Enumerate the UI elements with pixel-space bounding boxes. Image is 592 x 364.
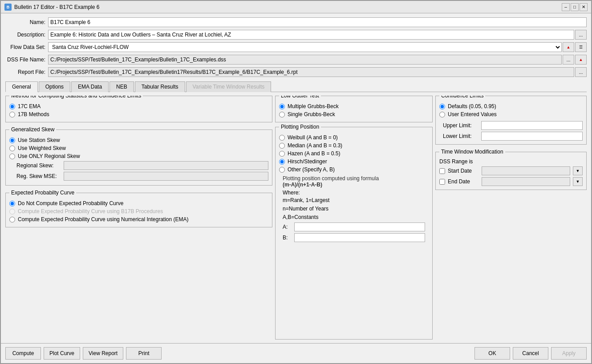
radio-regional-skew-input[interactable] (9, 154, 15, 159)
close-button[interactable]: ✕ (580, 3, 588, 11)
radio-hazen-label[interactable]: Hazen (A and B = 0.5) (288, 150, 340, 157)
report-file-input[interactable] (48, 67, 574, 77)
regional-skew-row: Regional Skew: (16, 160, 268, 171)
end-date-picker-button[interactable]: ▼ (573, 177, 583, 186)
radio-do-not-compute-input[interactable] (9, 201, 15, 206)
end-date-label[interactable]: End Date (448, 178, 479, 185)
end-date-row: End Date ▼ (439, 177, 583, 186)
cancel-button[interactable]: Cancel (513, 347, 548, 360)
radio-user-entered-label[interactable]: User Entered Values (448, 111, 497, 117)
radio-median-label[interactable]: Median (A and B = 0.3) (288, 142, 342, 149)
apply-button[interactable]: Apply (551, 347, 587, 360)
pp-formula-static: Plotting position computed using formula (283, 175, 379, 182)
pp-a-input[interactable] (294, 222, 425, 231)
flow-data-set-select[interactable]: Santa Cruz River-Lochiel-FLOW (48, 42, 562, 52)
flow-chart-button[interactable]: ▲ (563, 42, 574, 52)
radio-weighted-skew-label[interactable]: Use Weighted Skew (18, 145, 66, 151)
radio-multiple-grubbs-beck-label[interactable]: Multiple Grubbs-Beck (288, 103, 339, 109)
start-date-picker-button[interactable]: ▼ (573, 166, 583, 175)
dss-file-input[interactable] (48, 55, 562, 65)
radio-weighted-skew-input[interactable] (9, 146, 15, 151)
regional-skew-label: Regional Skew: (16, 162, 61, 169)
dss-file-label: DSS File Name: (5, 57, 45, 63)
radio-17b-methods-label[interactable]: 17B Methods (18, 111, 49, 117)
radio-weighted-skew: Use Weighted Skew (9, 144, 268, 152)
tab-general[interactable]: General (5, 81, 38, 92)
radio-17c-ema-label[interactable]: 17C EMA (18, 103, 41, 109)
radio-compute-numerical-input[interactable] (9, 217, 15, 222)
radio-station-skew-label[interactable]: Use Station Skew (18, 137, 60, 143)
pp-desc2: n=Number of Years (283, 205, 429, 213)
flow-list-button[interactable]: ☰ (575, 42, 587, 52)
name-input[interactable] (48, 17, 587, 27)
radio-do-not-compute: Do Not Compute Expected Probability Curv… (9, 199, 268, 207)
ok-button[interactable]: OK (474, 347, 510, 360)
radio-hirsch-stedinger-input[interactable] (279, 159, 285, 165)
upper-limit-input[interactable] (481, 121, 583, 130)
description-input[interactable] (48, 30, 574, 40)
radio-median-input[interactable] (279, 143, 285, 149)
tab-tabular-results[interactable]: Tabular Results (135, 81, 185, 92)
start-date-row: Start Date ▼ (439, 166, 583, 175)
radio-user-entered-input[interactable] (439, 112, 445, 117)
report-browse-button[interactable]: ... (575, 67, 587, 77)
expected-probability-title: Expected Probabilty Curve (9, 190, 76, 196)
dss-chart-button[interactable]: ▲ (575, 55, 587, 65)
radio-station-skew-input[interactable] (9, 138, 15, 143)
start-date-input[interactable] (482, 166, 570, 175)
radio-17b-methods: 17B Methods (9, 110, 268, 118)
confidence-limits-section: Confidence Limits Defaults (0.05, 0.95) … (435, 96, 587, 145)
radio-defaults-input[interactable] (439, 104, 445, 109)
window-title: Bulletin 17 Editor - B17C Example 6 (14, 4, 99, 10)
radio-weibull-label[interactable]: Weibull (A and B = 0) (288, 134, 338, 141)
start-date-checkbox[interactable] (439, 168, 445, 174)
pp-b-input[interactable] (294, 233, 425, 242)
description-browse-button[interactable]: ... (575, 30, 587, 40)
radio-compute-numerical-label[interactable]: Compute Expected Probability Curve using… (18, 216, 189, 222)
radio-other-input[interactable] (279, 167, 285, 173)
radio-compute-b17b-label[interactable]: Compute Expected Probability Curve using… (18, 208, 163, 214)
flow-data-set-label: Flow Data Set: (5, 44, 45, 50)
radio-defaults-label[interactable]: Defaults (0.05, 0.95) (448, 103, 496, 109)
dss-browse-button[interactable]: ... (563, 55, 574, 65)
radio-do-not-compute-label[interactable]: Do Not Compute Expected Probability Curv… (18, 200, 123, 206)
regional-skew-input[interactable] (64, 161, 268, 170)
description-label: Description: (5, 32, 45, 38)
dss-file-row: DSS File Name: ... ▲ (5, 54, 587, 65)
radio-compute-b17b-input[interactable] (9, 209, 15, 214)
pp-b-row: B: (283, 233, 425, 242)
radio-multiple-grubbs-beck: Multiple Grubbs-Beck (279, 102, 429, 110)
tabs-bar: General Options EMA Data NEB Tabular Res… (5, 81, 587, 92)
compute-button[interactable]: Compute (5, 347, 41, 360)
radio-hirsch-stedinger-label[interactable]: Hirsch/Stedinger (288, 158, 327, 165)
radio-17b-methods-input[interactable] (9, 112, 15, 117)
plot-curve-button[interactable]: Plot Curve (44, 347, 80, 360)
radio-regional-skew-label[interactable]: Use ONLY Regional Skew (18, 153, 80, 159)
expected-probability-section: Expected Probabilty Curve Do Not Compute… (5, 193, 272, 227)
view-report-button[interactable]: View Report (83, 347, 123, 360)
radio-median: Median (A and B = 0.3) (279, 142, 429, 150)
maximize-button[interactable]: □ (571, 3, 579, 11)
radio-single-grubbs-beck-label[interactable]: Single Grubbs-Beck (288, 111, 335, 117)
radio-hazen-input[interactable] (279, 151, 285, 157)
reg-skew-mse-input[interactable] (64, 172, 268, 181)
minimize-button[interactable]: – (562, 3, 570, 11)
radio-single-grubbs-beck-input[interactable] (279, 112, 285, 117)
lower-limit-input[interactable] (481, 132, 583, 141)
method-section: Method for Computing Statistics and Conf… (5, 96, 272, 122)
radio-multiple-grubbs-beck-input[interactable] (279, 104, 285, 109)
end-date-input[interactable] (482, 177, 570, 186)
end-date-checkbox[interactable] (439, 179, 445, 185)
start-date-label[interactable]: Start Date (448, 168, 479, 174)
radio-17c-ema-input[interactable] (9, 104, 15, 109)
title-bar: B Bulletin 17 Editor - B17C Example 6 – … (1, 1, 591, 13)
main-window: B Bulletin 17 Editor - B17C Example 6 – … (0, 0, 592, 364)
tab-ema-data[interactable]: EMA Data (71, 81, 109, 92)
tab-options[interactable]: Options (39, 81, 70, 92)
right-column: Confidence Limits Defaults (0.05, 0.95) … (435, 96, 587, 340)
pp-where: Where: (283, 190, 429, 196)
radio-weibull-input[interactable] (279, 135, 285, 141)
tab-neb[interactable]: NEB (109, 81, 134, 92)
print-button[interactable]: Print (126, 347, 162, 360)
radio-other-label[interactable]: Other (Specify A, B) (288, 166, 335, 173)
